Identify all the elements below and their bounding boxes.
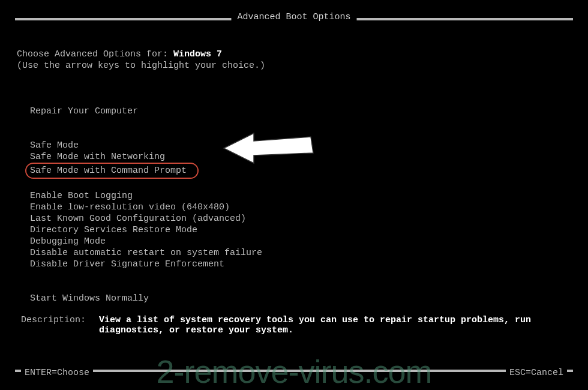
footer-esc-hint: ESC=Cancel xyxy=(506,368,567,378)
arrow-icon xyxy=(221,130,317,166)
footer-divider xyxy=(15,370,573,372)
menu-item-debugging[interactable]: Debugging Mode xyxy=(30,236,571,247)
description-text: View a list of system recovery tools you… xyxy=(99,315,567,335)
menu-item-last-known[interactable]: Last Known Good Configuration (advanced) xyxy=(30,213,571,224)
menu-item-directory-restore[interactable]: Directory Services Restore Mode xyxy=(30,224,571,236)
menu-item-disable-driver-sig[interactable]: Disable Driver Signature Enforcement xyxy=(30,259,571,270)
prompt-hint: (Use the arrow keys to highlight your ch… xyxy=(17,61,571,71)
menu-item-disable-restart[interactable]: Disable automatic restart on system fail… xyxy=(30,247,571,259)
page-title: Advanced Boot Options xyxy=(231,12,356,22)
footer-enter-hint: ENTER=Choose xyxy=(21,368,93,378)
highlighted-selection: Safe Mode with Command Prompt xyxy=(25,163,199,179)
menu-item-boot-logging[interactable]: Enable Boot Logging xyxy=(30,190,571,202)
svg-marker-0 xyxy=(224,133,313,163)
os-name: Windows 7 xyxy=(173,49,222,59)
menu-item-repair[interactable]: Repair Your Computer xyxy=(30,106,571,117)
prompt-line: Choose Advanced Options for: Windows 7 xyxy=(17,49,571,59)
menu-item-start-normal[interactable]: Start Windows Normally xyxy=(30,293,571,304)
description-label: Description: xyxy=(21,315,99,335)
prompt-label: Choose Advanced Options for: xyxy=(17,49,173,59)
menu-item-low-res[interactable]: Enable low-resolution video (640x480) xyxy=(30,202,571,213)
